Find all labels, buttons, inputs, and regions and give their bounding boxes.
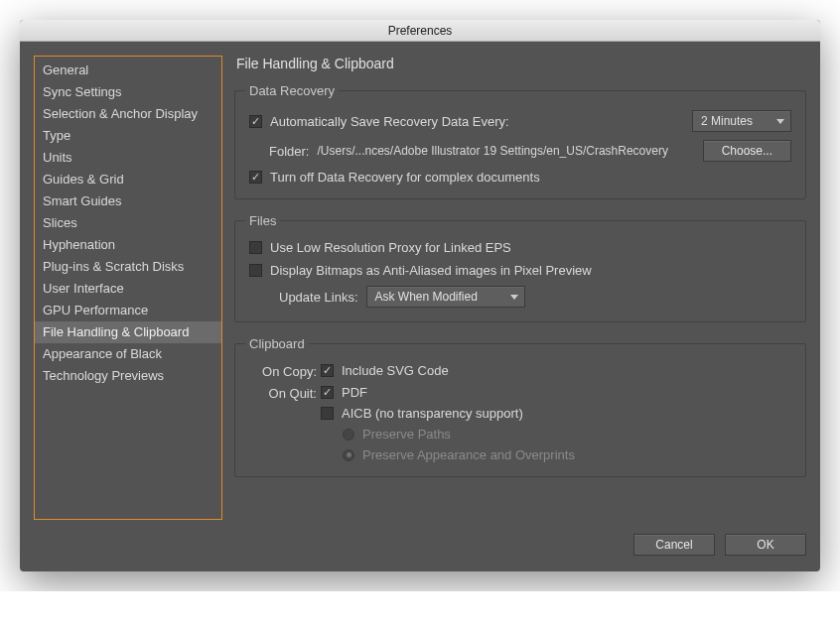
- aicb-checkbox[interactable]: [321, 407, 334, 420]
- pdf-checkbox[interactable]: [321, 386, 334, 399]
- legend-data-recovery: Data Recovery: [245, 83, 339, 98]
- preserve-appearance-label: Preserve Appearance and Overprints: [362, 447, 575, 462]
- legend-clipboard: Clipboard: [245, 336, 309, 351]
- ok-button[interactable]: OK: [725, 534, 806, 556]
- preserve-appearance-radio[interactable]: [343, 449, 354, 461]
- folder-label: Folder:: [269, 144, 309, 159]
- sidebar-item-guides-grid[interactable]: Guides & Grid: [35, 169, 221, 190]
- folder-path: /Users/...nces/Adobe Illustrator 19 Sett…: [317, 144, 668, 158]
- cancel-button[interactable]: Cancel: [633, 534, 715, 556]
- sidebar-item-smart-guides[interactable]: Smart Guides: [35, 190, 221, 212]
- interval-value: 2 Minutes: [701, 114, 753, 128]
- window-titlebar: Preferences: [20, 20, 820, 42]
- sidebar-item-tech-previews[interactable]: Technology Previews: [35, 365, 221, 387]
- on-quit-label: On Quit:: [249, 385, 321, 401]
- update-links-label: Update Links:: [279, 290, 358, 305]
- window-title: Preferences: [388, 24, 453, 38]
- sidebar-item-units[interactable]: Units: [35, 147, 221, 169]
- window-body: General Sync Settings Selection & Anchor…: [20, 42, 820, 534]
- sidebar-item-selection-anchor[interactable]: Selection & Anchor Display: [35, 103, 221, 125]
- low-res-label: Use Low Resolution Proxy for Linked EPS: [270, 240, 511, 255]
- sidebar-item-plugins-scratch[interactable]: Plug-ins & Scratch Disks: [35, 256, 221, 278]
- auto-save-checkbox[interactable]: [249, 115, 262, 128]
- sidebar-item-gpu[interactable]: GPU Performance: [35, 300, 221, 321]
- sidebar-item-file-handling[interactable]: File Handling & Clipboard: [35, 321, 221, 343]
- preferences-window: Preferences General Sync Settings Select…: [20, 20, 820, 571]
- category-sidebar: General Sync Settings Selection & Anchor…: [34, 56, 222, 520]
- sidebar-item-slices[interactable]: Slices: [35, 212, 221, 234]
- bitmaps-checkbox[interactable]: [249, 264, 262, 277]
- interval-dropdown[interactable]: 2 Minutes: [692, 110, 791, 132]
- sidebar-item-appearance-black[interactable]: Appearance of Black: [35, 343, 221, 365]
- dialog-button-row: Cancel OK: [20, 534, 820, 571]
- chevron-down-icon: [510, 295, 518, 300]
- group-clipboard: Clipboard On Copy: Include SVG Code On Q…: [234, 336, 806, 477]
- sidebar-item-user-interface[interactable]: User Interface: [35, 278, 221, 300]
- include-svg-label: Include SVG Code: [342, 363, 449, 378]
- group-files: Files Use Low Resolution Proxy for Linke…: [234, 213, 806, 322]
- chevron-down-icon: [776, 119, 784, 124]
- sidebar-item-general[interactable]: General: [35, 60, 221, 81]
- aicb-label: AICB (no transparency support): [342, 406, 523, 421]
- on-copy-label: On Copy:: [249, 363, 321, 379]
- update-links-value: Ask When Modified: [375, 290, 478, 304]
- bitmaps-label: Display Bitmaps as Anti-Aliased images i…: [270, 263, 592, 278]
- preserve-paths-radio[interactable]: [343, 429, 354, 441]
- turn-off-checkbox[interactable]: [249, 171, 262, 184]
- legend-files: Files: [245, 213, 280, 228]
- sidebar-item-type[interactable]: Type: [35, 125, 221, 147]
- pdf-label: PDF: [342, 385, 367, 400]
- sidebar-item-sync-settings[interactable]: Sync Settings: [35, 81, 221, 103]
- auto-save-label: Automatically Save Recovery Data Every:: [270, 114, 509, 129]
- update-links-dropdown[interactable]: Ask When Modified: [366, 286, 525, 308]
- preserve-paths-label: Preserve Paths: [362, 427, 451, 442]
- turn-off-label: Turn off Data Recovery for complex docum…: [270, 170, 540, 185]
- group-data-recovery: Data Recovery Automatically Save Recover…: [234, 83, 806, 199]
- main-panel: File Handling & Clipboard Data Recovery …: [234, 56, 806, 520]
- choose-button[interactable]: Choose...: [703, 140, 791, 162]
- sidebar-item-hyphenation[interactable]: Hyphenation: [35, 234, 221, 256]
- panel-title: File Handling & Clipboard: [236, 56, 806, 71]
- include-svg-checkbox[interactable]: [321, 364, 334, 377]
- low-res-checkbox[interactable]: [249, 241, 262, 254]
